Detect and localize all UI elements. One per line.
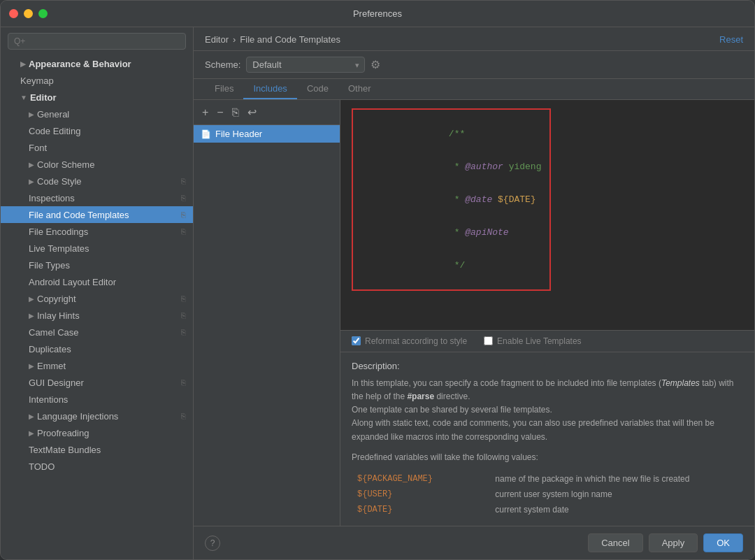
var-desc-user: current user system login name	[489, 487, 743, 502]
tab-includes-label: Includes	[253, 83, 287, 94]
sidebar-item-gui-designer[interactable]: GUI Designer ⎘	[1, 374, 193, 391]
breadcrumb-separator: ›	[233, 34, 236, 45]
editor-options: Reformat according to style Enable Live …	[340, 330, 754, 352]
sidebar-item-label: Intentions	[29, 394, 68, 405]
cancel-button[interactable]: Cancel	[588, 533, 642, 552]
reformat-checkbox-label[interactable]: Reformat according to style	[352, 336, 467, 346]
copy-icon: ⎘	[181, 177, 186, 185]
reset-button[interactable]: Reset	[719, 34, 743, 45]
sidebar-item-label: General	[37, 109, 69, 120]
sidebar-item-code-style[interactable]: ▶ Code Style ⎘	[1, 173, 193, 189]
sidebar-item-inspections[interactable]: Inspections ⎘	[1, 189, 193, 206]
var-row-date: ${DATE} current system date	[352, 502, 743, 517]
help-button[interactable]: ?	[205, 536, 220, 551]
sidebar-item-copyright[interactable]: ▶ Copyright ⎘	[1, 290, 193, 307]
arrow-icon: ▶	[29, 429, 34, 437]
copy-icon: ⎘	[181, 294, 186, 303]
template-item-file-header[interactable]: 📄 File Header	[194, 125, 340, 143]
tab-files-label: Files	[215, 83, 233, 94]
sidebar-item-label: Proofreading	[37, 428, 89, 438]
sidebar-item-label: Font	[29, 143, 47, 153]
sidebar-item-label: File Types	[29, 260, 70, 271]
copy-template-button[interactable]: ⎘	[229, 105, 242, 120]
var-desc-package: name of the package in which the new fil…	[489, 471, 743, 487]
tab-files[interactable]: Files	[205, 79, 243, 99]
tab-includes[interactable]: Includes	[243, 79, 296, 99]
sidebar-item-duplicates[interactable]: Duplicates	[1, 340, 193, 357]
sidebar-item-keymap[interactable]: Keymap	[1, 72, 193, 89]
sidebar-item-code-editing[interactable]: Code Editing	[1, 122, 193, 139]
tab-code[interactable]: Code	[297, 79, 338, 99]
code-editor[interactable]: /** * @author yideng * @date ${DATE} * @…	[340, 100, 754, 330]
search-input[interactable]	[8, 33, 186, 50]
sidebar-item-file-types[interactable]: File Types	[1, 257, 193, 273]
reformat-checkbox[interactable]	[352, 336, 361, 345]
sidebar-item-label: GUI Designer	[29, 378, 84, 388]
sidebar-item-live-templates[interactable]: Live Templates	[1, 240, 193, 257]
add-template-button[interactable]: +	[199, 105, 211, 120]
sidebar-item-emmet[interactable]: ▶ Emmet	[1, 357, 193, 374]
description-title: Description:	[352, 361, 743, 371]
apply-button[interactable]: Apply	[649, 533, 698, 552]
gear-icon[interactable]: ⚙	[371, 58, 380, 71]
remove-template-button[interactable]: −	[214, 105, 226, 120]
tab-other[interactable]: Other	[338, 79, 381, 99]
sidebar-item-label: File and Code Templates	[29, 210, 129, 220]
bottom-left: ?	[205, 536, 582, 551]
sidebar-item-file-code-templates[interactable]: File and Code Templates ⎘	[1, 206, 193, 223]
close-button[interactable]	[9, 9, 18, 18]
sidebar-item-file-encodings[interactable]: File Encodings ⎘	[1, 223, 193, 240]
sidebar-item-label: Live Templates	[29, 243, 89, 254]
scheme-select[interactable]: Default Project	[246, 57, 365, 73]
copy-icon: ⎘	[181, 227, 186, 236]
live-templates-checkbox-label[interactable]: Enable Live Templates	[484, 336, 582, 346]
right-panel: Editor › File and Code Templates Reset S…	[194, 27, 754, 559]
var-row-package: ${PACKAGE_NAME} name of the package in w…	[352, 471, 743, 487]
sidebar-item-textmate-bundles[interactable]: TextMate Bundles	[1, 441, 193, 458]
sidebar-item-general[interactable]: ▶ General	[1, 106, 193, 122]
sidebar-item-label: Inspections	[29, 193, 75, 203]
var-name-user: ${USER}	[352, 487, 489, 502]
live-templates-checkbox[interactable]	[484, 336, 493, 345]
arrow-icon: ▼	[20, 94, 27, 101]
sidebar-item-inlay-hints[interactable]: ▶ Inlay Hints ⎘	[1, 307, 193, 324]
tabs-bar: Files Includes Code Other	[194, 79, 754, 100]
arrow-icon: ▶	[29, 312, 34, 320]
sidebar-item-font[interactable]: Font	[1, 139, 193, 156]
arrow-icon: ▶	[29, 161, 34, 168]
arrow-icon: ▶	[20, 60, 26, 68]
variables-table: ${PACKAGE_NAME} name of the package in w…	[352, 471, 743, 517]
sidebar-item-todo[interactable]: TODO	[1, 458, 193, 475]
description-text1: In this template, you can specify a code…	[352, 377, 743, 444]
sidebar-item-label: Editor	[30, 92, 57, 103]
sidebar-item-language-injections[interactable]: ▶ Language Injections ⎘	[1, 408, 193, 424]
minimize-button[interactable]	[24, 9, 33, 18]
copy-icon: ⎘	[181, 412, 186, 420]
maximize-button[interactable]	[38, 9, 48, 18]
sidebar-item-android-layout-editor[interactable]: Android Layout Editor	[1, 273, 193, 290]
sidebar-item-label: Inlay Hints	[37, 310, 80, 321]
content-area: + − ⎘ ↩ 📄 File Header	[194, 100, 754, 526]
sidebar-item-camel-case[interactable]: Camel Case ⎘	[1, 324, 193, 340]
sidebar-item-proofreading[interactable]: ▶ Proofreading	[1, 424, 193, 441]
sidebar-item-label: Code Editing	[29, 126, 80, 136]
code-editor-inner: /** * @author yideng * @date ${DATE} * @…	[352, 108, 551, 291]
breadcrumb-current: File and Code Templates	[240, 34, 340, 45]
sidebar-item-appearance[interactable]: ▶ Appearance & Behavior	[1, 55, 193, 72]
sidebar-item-label: Color Scheme	[37, 159, 94, 170]
reset-template-button[interactable]: ↩	[245, 104, 259, 120]
copy-icon: ⎘	[181, 210, 186, 219]
sidebar-item-label: Android Layout Editor	[29, 277, 116, 287]
tab-other-label: Other	[348, 83, 371, 94]
titlebar: Preferences	[1, 1, 754, 27]
sidebar-item-label: Keymap	[20, 76, 54, 86]
arrow-icon: ▶	[29, 295, 34, 303]
breadcrumb: Editor › File and Code Templates	[205, 34, 340, 45]
ok-button[interactable]: OK	[703, 533, 743, 552]
template-toolbar: + − ⎘ ↩	[194, 100, 340, 125]
sidebar-item-intentions[interactable]: Intentions	[1, 391, 193, 408]
code-line-1: /**	[361, 118, 541, 150]
copy-icon: ⎘	[181, 378, 186, 387]
sidebar-item-editor[interactable]: ▼ Editor	[1, 89, 193, 106]
sidebar-item-color-scheme[interactable]: ▶ Color Scheme	[1, 156, 193, 173]
